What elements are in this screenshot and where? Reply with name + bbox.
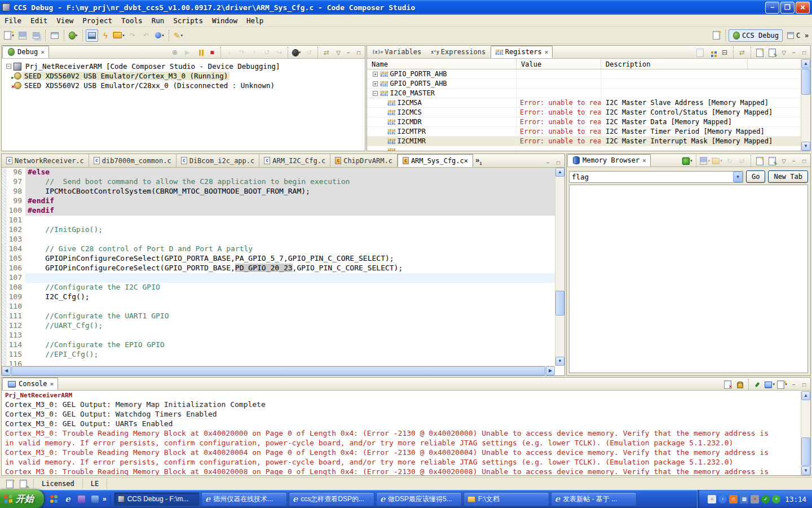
editor-tab-dibcom_i2c_app-c[interactable]: cDiBcom_i2c_app.c [176,154,260,167]
maximize-view-icon[interactable]: □ [800,49,809,57]
open-perspective-button[interactable] [710,29,722,42]
maximize-view-icon[interactable]: □ [354,49,363,57]
close-console-tab-icon[interactable]: × [50,380,54,388]
close-window-button[interactable]: × [796,2,810,14]
tab-memory-browser[interactable]: Memory Browser × [567,154,651,167]
code-line[interactable]: 114 //Configurate the EPIO GPIO [2,340,555,350]
editor-tab-overflow-chevron[interactable]: »1 [475,156,482,166]
ccs-edit-perspective-button[interactable]: C [784,29,803,42]
scroll-lock-icon[interactable] [734,379,745,390]
code-line[interactable]: 115 //EPI_Cfg(); [2,350,555,360]
debug-tree-item[interactable]: −Prj_NetReceiverARM [Code Composer Studi… [2,62,365,71]
column-description[interactable]: Description [601,59,748,69]
maximize-view-icon[interactable]: □ [800,157,809,165]
maximize-view-icon[interactable]: □ [554,159,563,167]
step-return-icon[interactable]: ↑ [249,47,260,58]
status-writable-icon[interactable] [17,478,29,490]
step-into-icon[interactable]: ↓ [224,47,235,58]
code-line[interactable]: 116 [2,360,555,366]
refresh-icon[interactable]: ↺ [303,47,315,58]
register-row[interactable]: 10100101I2CMDRError: unable to readI2C M… [367,117,801,127]
register-row[interactable]: 10100101I2CMSAError: unable to readI2C M… [367,98,801,108]
quick-launch-app-icon[interactable] [90,494,100,504]
register-row[interactable]: 10100101I2CMCSError: unable to readI2C M… [367,108,801,117]
save-memory-icon[interactable]: ▾ [699,156,710,167]
menu-item-window[interactable]: Window [208,15,242,27]
minimize-view-icon[interactable]: − [544,159,553,167]
display-selected-console-icon[interactable]: ▾ [764,379,775,390]
pin-memory-icon[interactable] [766,156,778,167]
quick-launch-overflow-chevron[interactable]: » [103,495,107,503]
registers-scrollbar[interactable]: ▲ ▼ [801,59,810,151]
new-tab-icon[interactable] [754,156,765,167]
quick-launch-ie-icon[interactable]: e [63,494,73,504]
quick-launch-messenger-icon[interactable] [49,494,59,504]
editor-tab-dib7000m_common-c[interactable]: cdib7000m_common.c [89,154,176,167]
taskbar-task[interactable]: e发表新帖 - 基于 ... [551,492,637,506]
close-memory-tab-icon[interactable]: × [642,157,646,164]
target-select-icon[interactable]: ▾ [682,156,693,167]
code-line[interactable]: 99#endif [2,196,555,206]
code-line[interactable]: 101 [2,216,555,225]
scroll-down-arrow[interactable]: ▼ [801,142,810,151]
code-line[interactable]: 108 //Configurate the I2C GPIO [2,283,555,292]
menu-item-help[interactable]: Help [242,15,268,27]
target-select-icon-dropdown[interactable]: ▾ [690,159,692,163]
register-row[interactable]: +10100101GPIO_PORTR_AHB [367,69,801,79]
start-button[interactable]: 开始 [0,490,44,508]
save-memory-icon-dropdown[interactable]: ▾ [708,159,710,163]
network-tray-icon[interactable]: ▦ [740,495,748,503]
safety-plus-tray-icon[interactable]: + [772,495,780,503]
new-target-configuration-button[interactable]: ▾ [153,29,166,42]
hide-tray-icons-chevron[interactable]: ‹ [718,495,727,503]
code-line[interactable]: 112 //UART_Cfg(); [2,321,555,331]
auto-refresh-icon[interactable]: ⇄ [736,156,748,167]
load-memory-icon-dropdown[interactable]: ▾ [720,159,722,163]
register-row[interactable]: 10100101I2CMTPRError: unable to readI2C … [367,127,801,137]
column-value[interactable]: Value [517,59,601,69]
code-line[interactable]: 106 GPIOPinConfigureCoreSelect(GPIO_PORT… [2,264,555,273]
restore-window-button[interactable]: ❐ [780,2,795,14]
flash-button[interactable]: ϟ [99,29,112,42]
code-line[interactable]: 111 //Configurate the UART1 GPIO [2,312,555,321]
restart-icon[interactable]: ↪ [273,47,285,58]
load-program-button[interactable]: ▾ [113,29,125,42]
format-button[interactable]: ✎▾ [172,29,184,42]
taskbar-task[interactable]: eccs怎样查看DSP的... [289,492,374,506]
load-program-button-dropdown[interactable]: ▾ [122,33,125,38]
save-debug-state-button[interactable]: ↶ [140,29,152,42]
editor-tab-chipdrvarm-c[interactable]: cChipDrvARM.c [330,154,398,167]
scroll-up-arrow[interactable]: ▲ [801,59,810,68]
tree-expander-icon[interactable]: − [6,64,11,69]
scrollbar-thumb[interactable] [555,291,564,316]
menu-item-tools[interactable]: Tools [117,15,147,27]
view-menu-icon[interactable]: ▽ [779,157,788,165]
display-selected-console-icon-dropdown[interactable]: ▾ [773,382,775,387]
suspend-icon[interactable] [194,47,205,58]
debug-launch-button-dropdown[interactable]: ▾ [76,33,78,38]
debug-tree-item[interactable]: ▶SEED XDS560V2 USB Emulator/Cortex_M3_0 … [2,71,365,81]
menu-item-edit[interactable]: Edit [26,15,52,27]
antivirus-shield-tray-icon[interactable]: ✓ [761,495,770,503]
tab-console[interactable]: Console × [2,378,58,390]
tree-expander-icon[interactable]: − [373,91,378,96]
menu-item-file[interactable]: File [0,15,26,27]
load-memory-icon[interactable]: ▾ [712,156,723,167]
view-menu-icon[interactable]: ▽ [334,49,343,57]
code-editor[interactable]: 96#else97 // Send boot command to allow … [2,168,555,366]
editor-horizontal-scrollbar[interactable]: ◀ ▶ [2,366,555,375]
import-icon[interactable] [694,47,705,58]
editor-tab-networkreceiver-c[interactable]: cNetworkReceiver.c [2,154,89,167]
new-tab-button[interactable]: New Tab [768,170,808,183]
processor-options-icon-dropdown[interactable]: ▾ [299,50,301,55]
code-line[interactable]: 110 [2,302,555,312]
step-over-icon[interactable]: ↷ [236,47,248,58]
connect-target-button[interactable] [86,29,98,42]
console-scrollbar[interactable]: ▲ ▼ [801,391,810,475]
sync-cores-icon[interactable]: ⇄ [321,47,332,58]
column-name[interactable]: Name [367,59,517,69]
status-editor-icon[interactable] [3,478,16,490]
close-editor-tab-icon[interactable]: × [464,157,468,165]
view-menu-icon[interactable]: ▽ [779,49,788,57]
menu-item-scripts[interactable]: Scripts [169,15,208,27]
